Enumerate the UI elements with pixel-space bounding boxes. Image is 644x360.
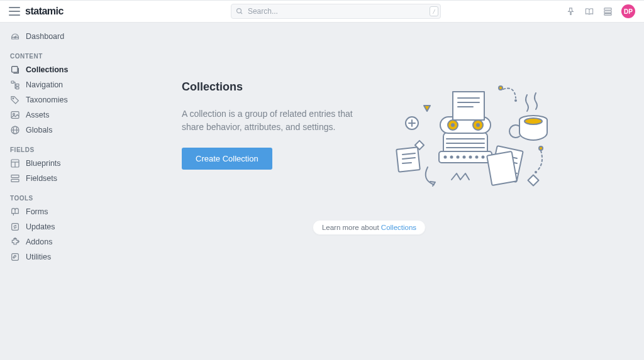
svg-point-38 [476, 156, 478, 158]
svg-rect-47 [453, 92, 484, 120]
search-container: / [231, 4, 441, 19]
svg-rect-21 [11, 175, 19, 178]
svg-point-39 [482, 156, 484, 158]
svg-rect-68 [528, 175, 539, 186]
nav-heading-tools: TOOLS [0, 191, 94, 204]
nav-item-addons[interactable]: Addons [0, 234, 94, 249]
brand-logo[interactable]: statamic [25, 6, 64, 17]
gauge-icon [10, 31, 20, 41]
menu-toggle[interactable] [9, 7, 20, 16]
svg-rect-10 [16, 84, 19, 86]
svg-point-26 [18, 241, 19, 242]
svg-point-33 [445, 156, 447, 158]
nav-item-label: Fieldsets [26, 174, 57, 183]
nav-heading-content: CONTENT [0, 49, 94, 62]
nav-item-updates[interactable]: Updates [0, 219, 94, 234]
nav-item-globals[interactable]: Globals [0, 123, 94, 138]
svg-point-12 [13, 98, 14, 99]
sidebar: Dashboard CONTENT Collections Navigation [0, 23, 94, 360]
image-icon [10, 110, 20, 120]
nav-item-label: Blueprints [26, 159, 61, 168]
search-icon [236, 8, 243, 15]
main-content: Collections A collection is a group of r… [94, 23, 644, 360]
nav-item-navigation[interactable]: Navigation [0, 77, 94, 92]
tag-icon [10, 95, 20, 105]
nav-item-blueprints[interactable]: Blueprints [0, 156, 94, 171]
search-input[interactable] [231, 4, 441, 19]
nav-item-taxonomies[interactable]: Taxonomies [0, 92, 94, 107]
nav-heading-fields: FIELDS [0, 143, 94, 156]
svg-rect-54 [396, 147, 420, 172]
svg-point-37 [470, 156, 472, 158]
globe-icon [10, 125, 20, 135]
nav-item-label: Assets [26, 111, 50, 119]
page-description: A collection is a group of related entri… [182, 107, 370, 134]
svg-point-46 [476, 123, 480, 127]
puzzle-icon [10, 237, 20, 247]
svg-line-57 [402, 163, 411, 163]
learn-more-prefix: Learn more about [322, 224, 381, 231]
nav-item-fieldsets[interactable]: Fieldsets [0, 171, 94, 186]
empty-state-illustration [384, 73, 560, 199]
svg-rect-22 [11, 179, 19, 182]
svg-rect-3 [604, 8, 611, 9]
nav-item-label: Navigation [26, 80, 63, 89]
wrench-icon [10, 252, 20, 262]
svg-line-1 [240, 13, 242, 14]
nav-item-label: Globals [26, 126, 52, 134]
pin-icon[interactable] [566, 7, 575, 16]
nav-item-label: Updates [26, 222, 55, 231]
nav-item-dashboard[interactable]: Dashboard [0, 29, 94, 44]
svg-rect-63 [487, 151, 517, 185]
svg-point-14 [13, 113, 15, 115]
svg-point-71 [514, 99, 517, 102]
topbar: statamic / DP [0, 0, 644, 23]
mailbox-icon [10, 207, 20, 217]
nav-item-label: Collections [26, 65, 68, 74]
svg-point-74 [535, 171, 537, 173]
stack-icon [10, 65, 20, 75]
book-icon[interactable] [584, 7, 594, 16]
svg-rect-8 [12, 67, 18, 72]
user-avatar[interactable]: DP [621, 4, 635, 18]
fieldset-icon [10, 173, 20, 183]
nav-item-label: Forms [26, 207, 48, 216]
nav-item-label: Utilities [26, 253, 51, 261]
svg-point-35 [457, 156, 459, 158]
nav-item-assets[interactable]: Assets [0, 107, 94, 123]
learn-more-link-text: Collections [381, 224, 416, 231]
svg-rect-4 [604, 11, 611, 13]
svg-point-0 [236, 9, 241, 13]
tree-icon [10, 80, 20, 90]
create-collection-button[interactable]: Create Collection [182, 148, 272, 170]
nav-item-forms[interactable]: Forms [0, 204, 94, 219]
nav-item-collections[interactable]: Collections [0, 62, 94, 77]
svg-point-34 [451, 156, 453, 158]
svg-rect-5 [604, 13, 611, 15]
nav-item-label: Taxonomies [26, 95, 68, 104]
nav-item-utilities[interactable]: Utilities [0, 249, 94, 265]
svg-point-43 [451, 123, 455, 127]
search-shortcut-key: / [430, 6, 438, 16]
blueprint-icon [10, 158, 20, 168]
topbar-actions: DP [566, 4, 635, 18]
settings-icon[interactable] [603, 7, 613, 16]
nav-item-label: Addons [26, 237, 52, 246]
svg-rect-9 [11, 81, 14, 83]
svg-point-36 [464, 156, 465, 158]
svg-rect-11 [16, 87, 19, 89]
nav-item-label: Dashboard [26, 32, 64, 41]
learn-more-link[interactable]: Learn more about Collections [313, 220, 426, 235]
refresh-icon [10, 222, 20, 232]
svg-rect-24 [12, 224, 19, 231]
